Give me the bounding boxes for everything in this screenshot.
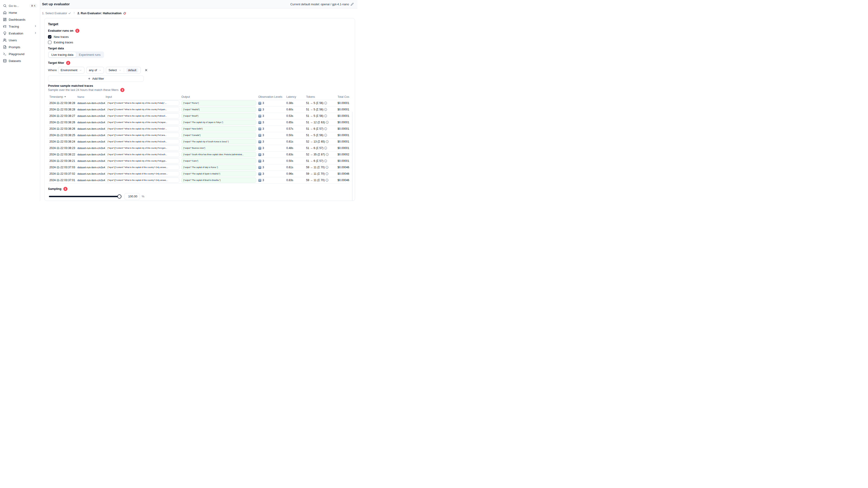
checkbox-checked-icon[interactable] xyxy=(48,35,52,39)
info-icon[interactable] xyxy=(324,108,327,111)
tab-live-tracing-data[interactable]: Live tracing data xyxy=(49,52,76,57)
cell-observation-count: 3 xyxy=(262,153,264,156)
breadcrumb-step-select-evaluator[interactable]: 1. Select Evaluator xyxy=(42,11,71,15)
remove-filter-button[interactable] xyxy=(145,68,148,72)
sidebar-item-prompts[interactable]: Prompts xyxy=(0,43,40,51)
cell-output-json[interactable]: {"output":"The capital city of South Kor… xyxy=(181,139,256,144)
cell-input-json[interactable]: {"input":[{"content":"What is the capita… xyxy=(105,145,179,151)
cell-input-json[interactable]: {"input":[{"content":"What is the capita… xyxy=(105,171,179,176)
chevron-right-icon xyxy=(34,31,37,35)
column-header-timestamp[interactable]: Timestamp xyxy=(50,95,78,98)
info-icon[interactable] xyxy=(326,172,329,175)
target-data-tabs: Live tracing data Experiment runs xyxy=(48,52,104,58)
page-title: Set up evaluator xyxy=(42,2,70,6)
cell-input-json[interactable]: {"input":[{"content":"What is the capita… xyxy=(105,126,179,131)
info-icon[interactable] xyxy=(324,134,327,137)
table-vertical-scrollbar[interactable] xyxy=(352,112,352,201)
info-icon[interactable] xyxy=(326,166,329,169)
info-icon[interactable] xyxy=(324,127,327,130)
cell-latency: 0.48s xyxy=(286,147,306,150)
table-header-row: Timestamp Name Input Output Observation … xyxy=(48,94,349,100)
cell-input-json[interactable]: {"input":[{"content":"What is the capita… xyxy=(105,178,179,183)
cell-input-json[interactable]: {"input":[{"content":"What is the capita… xyxy=(105,101,179,106)
sidebar-item-evaluation[interactable]: Evaluation xyxy=(0,30,40,37)
cell-output-json[interactable]: {"output":"New Delhi"} xyxy=(181,126,256,131)
table-row[interactable]: 2024-11-22 03:38:21 dataset-run-item-cm3… xyxy=(48,158,349,164)
cell-total-cost: $0.00046 xyxy=(338,172,349,175)
table-row[interactable]: 2024-11-22 03:37:02 dataset-run-item-cm3… xyxy=(48,171,349,177)
cell-output-json[interactable]: {"output":"Madrid"} xyxy=(181,107,256,112)
column-header-output: Output xyxy=(181,95,258,98)
cell-input-json[interactable]: {"input":[{"content":"What is the capita… xyxy=(105,165,179,170)
cell-observation-count: 3 xyxy=(262,147,264,150)
sidebar-item-datasets[interactable]: Datasets xyxy=(0,57,40,64)
cell-output-json[interactable]: {"output":"The capital of Italy is Rome.… xyxy=(181,165,256,170)
cell-tokens: 51 → 6 (Σ 57) xyxy=(306,159,323,163)
cell-output-json[interactable]: {"output":"The capital city of Japan is … xyxy=(181,120,256,125)
info-icon[interactable] xyxy=(326,153,329,156)
cell-total-cost: $0.000011 xyxy=(338,108,349,111)
info-icon[interactable] xyxy=(324,102,327,104)
table-row[interactable]: 2024-11-22 03:38:26 dataset-run-item-cm3… xyxy=(48,126,349,132)
cell-input-json[interactable]: {"input":[{"content":"What is the capita… xyxy=(105,158,179,163)
cell-input-json[interactable]: {"input":[{"content":"What is the capita… xyxy=(105,139,179,144)
info-icon[interactable] xyxy=(324,115,327,117)
cell-output-json[interactable]: {"output":"Cairo"} xyxy=(181,158,256,163)
checkbox-new-traces[interactable]: New traces xyxy=(48,35,355,39)
tab-experiment-runs[interactable]: Experiment runs xyxy=(76,52,103,57)
sidebar-item-tracing[interactable]: Tracing xyxy=(0,23,40,30)
table-row[interactable]: 2024-11-22 03:38:23 dataset-run-item-cm3… xyxy=(48,145,349,152)
table-row[interactable]: 2024-11-22 03:37:03 dataset-run-item-cm3… xyxy=(48,164,349,171)
checkbox-unchecked-icon[interactable] xyxy=(48,41,52,44)
edit-pencil-icon[interactable] xyxy=(351,3,353,6)
cell-output-json[interactable]: {"output":"The capital of Brazil is Bras… xyxy=(181,178,256,183)
filter-value-select[interactable]: Select default xyxy=(106,67,141,74)
filter-operator-select[interactable]: any of xyxy=(86,67,104,74)
goto-search[interactable]: Go to... ⌘ K xyxy=(0,2,40,9)
filter-row: Where Environment any of Select default xyxy=(48,67,355,74)
sidebar-item-dashboards[interactable]: Dashboards xyxy=(0,16,40,23)
slider-thumb[interactable] xyxy=(117,194,122,199)
table-row[interactable]: 2024-11-22 03:38:25 dataset-run-item-cm3… xyxy=(48,132,349,139)
cell-latency: 0.50s xyxy=(286,159,306,163)
cell-input-json[interactable]: {"input":[{"content":"What is the capita… xyxy=(105,120,179,125)
table-row[interactable]: 2024-11-22 03:38:28 dataset-run-item-cm3… xyxy=(48,100,349,106)
table-row[interactable]: 2024-11-22 03:38:22 dataset-run-item-cm3… xyxy=(48,152,349,158)
info-icon[interactable] xyxy=(326,140,329,143)
cell-output-json[interactable]: {"output":"Rome"} xyxy=(181,101,256,106)
column-header-observation-levels: Observation Levels xyxy=(258,95,286,98)
table-row[interactable]: 2024-11-22 03:38:28 dataset-run-item-cm3… xyxy=(48,106,349,113)
cell-input-json[interactable]: {"input":[{"content":"What is the capita… xyxy=(105,152,179,157)
observation-level-icon xyxy=(258,179,261,182)
table-row[interactable]: 2024-11-22 03:37:01 dataset-run-item-cm3… xyxy=(48,177,349,184)
sidebar-item-users[interactable]: Users xyxy=(0,37,40,43)
cell-output-json[interactable]: {"output":"South Africa has three capita… xyxy=(181,152,256,157)
checkbox-existing-traces[interactable]: Existing traces xyxy=(48,41,355,44)
cell-input-json[interactable]: {"input":[{"content":"What is the capita… xyxy=(105,107,179,112)
sidebar-item-playground[interactable]: Playground xyxy=(0,51,40,57)
sidebar-item-home[interactable]: Home xyxy=(0,9,40,16)
table-row[interactable]: 2024-11-22 03:38:27 dataset-run-item-cm3… xyxy=(48,113,349,119)
cell-timestamp: 2024-11-22 03:37:01 xyxy=(50,178,78,182)
info-icon[interactable] xyxy=(326,179,329,182)
cell-output-json[interactable]: {"output":"Buenos Aires"} xyxy=(181,145,256,151)
sampling-slider[interactable] xyxy=(49,196,119,197)
info-icon[interactable] xyxy=(324,160,327,162)
cell-latency: 0.65s xyxy=(286,121,306,124)
table-row[interactable]: 2024-11-22 03:38:24 dataset-run-item-cm3… xyxy=(48,139,349,145)
cell-input-json[interactable]: {"input":[{"content":"What is the capita… xyxy=(105,133,179,138)
add-filter-button[interactable]: Add filter xyxy=(48,75,144,82)
info-icon[interactable] xyxy=(326,121,329,124)
info-icon[interactable] xyxy=(324,147,327,150)
preview-title: Preview sample matched traces xyxy=(48,84,355,88)
cell-total-cost: $0.000011 xyxy=(338,134,349,137)
cell-output-json[interactable]: {"output":"Brazil"} xyxy=(181,113,256,119)
table-row[interactable]: 2024-11-22 03:38:26 dataset-run-item-cm3… xyxy=(48,119,349,126)
cell-input-json[interactable]: {"input":[{"content":"What is the capita… xyxy=(105,113,179,119)
cell-output-json[interactable]: {"output":"The capital of Spain is Madri… xyxy=(181,171,256,176)
filter-column-select[interactable]: Environment xyxy=(58,67,85,74)
cell-observation-count: 3 xyxy=(262,159,264,163)
cell-output-json[interactable]: {"output":"Canada"} xyxy=(181,133,256,138)
sampling-input[interactable] xyxy=(124,193,140,200)
app: Go to... ⌘ K Home Dashboards Tracing Eva… xyxy=(0,0,357,201)
